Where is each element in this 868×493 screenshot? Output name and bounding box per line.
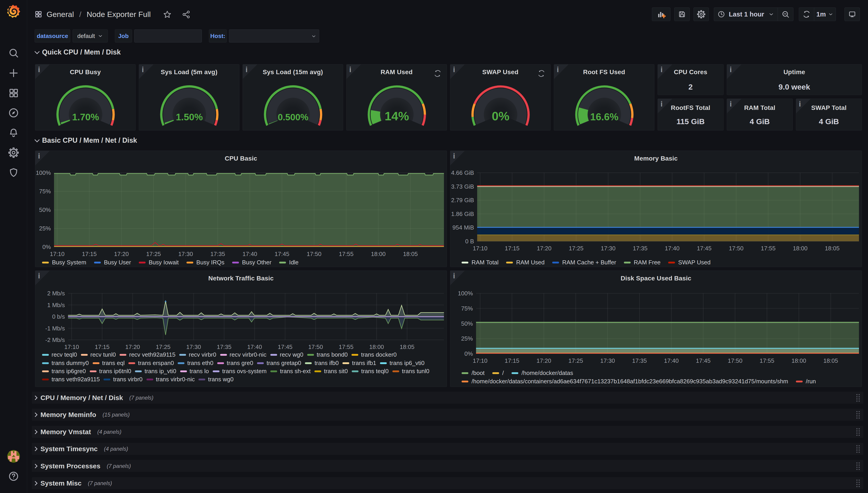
svg-text:25%: 25% bbox=[39, 225, 51, 232]
svg-text:17:10: 17:10 bbox=[473, 245, 487, 252]
svg-text:17:25: 17:25 bbox=[569, 245, 583, 252]
svg-text:17:45: 17:45 bbox=[697, 245, 712, 252]
svg-text:17:45: 17:45 bbox=[278, 344, 292, 350]
svg-text:17:35: 17:35 bbox=[210, 251, 225, 257]
svg-text:18:00: 18:00 bbox=[369, 344, 384, 350]
svg-text:17:15: 17:15 bbox=[505, 357, 519, 364]
svg-text:17:50: 17:50 bbox=[308, 344, 323, 350]
svg-text:18:00: 18:00 bbox=[793, 245, 807, 252]
svg-text:100%: 100% bbox=[458, 290, 473, 297]
svg-text:25%: 25% bbox=[461, 335, 473, 342]
svg-text:17:25: 17:25 bbox=[146, 251, 161, 257]
svg-text:17:25: 17:25 bbox=[156, 344, 171, 350]
svg-text:3.73 GiB: 3.73 GiB bbox=[451, 183, 474, 190]
svg-text:16.6%: 16.6% bbox=[590, 111, 619, 122]
svg-text:50%: 50% bbox=[39, 207, 51, 213]
svg-text:0%: 0% bbox=[492, 109, 509, 123]
svg-text:17:25: 17:25 bbox=[568, 357, 583, 364]
svg-text:18:05: 18:05 bbox=[403, 251, 418, 257]
svg-text:17:10: 17:10 bbox=[473, 357, 487, 364]
svg-text:2.79 GiB: 2.79 GiB bbox=[451, 197, 474, 203]
svg-text:0%: 0% bbox=[464, 350, 473, 357]
svg-text:17:55: 17:55 bbox=[339, 344, 354, 350]
svg-text:17:40: 17:40 bbox=[664, 357, 678, 364]
svg-text:18:00: 18:00 bbox=[792, 357, 806, 364]
svg-text:17:15: 17:15 bbox=[505, 245, 519, 252]
svg-text:1.86 GiB: 1.86 GiB bbox=[451, 211, 474, 217]
svg-text:17:30: 17:30 bbox=[600, 357, 615, 364]
svg-text:50%: 50% bbox=[461, 320, 473, 327]
svg-text:18:05: 18:05 bbox=[400, 344, 414, 350]
svg-text:17:55: 17:55 bbox=[339, 251, 354, 257]
svg-text:17:30: 17:30 bbox=[186, 344, 201, 350]
svg-text:0 B: 0 B bbox=[465, 238, 474, 245]
svg-text:1.70%: 1.70% bbox=[72, 112, 99, 122]
svg-text:2 Mb/s: 2 Mb/s bbox=[47, 290, 65, 297]
svg-text:17:20: 17:20 bbox=[114, 251, 129, 257]
svg-text:1.50%: 1.50% bbox=[176, 112, 203, 122]
svg-text:18:05: 18:05 bbox=[823, 357, 838, 364]
svg-text:17:40: 17:40 bbox=[243, 251, 257, 257]
svg-text:17:20: 17:20 bbox=[536, 357, 551, 364]
svg-text:17:20: 17:20 bbox=[125, 344, 140, 350]
svg-text:75%: 75% bbox=[39, 188, 51, 195]
svg-text:17:35: 17:35 bbox=[632, 357, 647, 364]
svg-text:4.66 GiB: 4.66 GiB bbox=[451, 169, 474, 176]
svg-text:75%: 75% bbox=[461, 305, 473, 312]
svg-text:17:20: 17:20 bbox=[537, 245, 552, 252]
svg-text:14%: 14% bbox=[384, 109, 409, 123]
svg-text:0%: 0% bbox=[42, 243, 51, 250]
svg-text:17:10: 17:10 bbox=[50, 251, 64, 257]
svg-text:17:15: 17:15 bbox=[95, 344, 109, 350]
svg-text:17:30: 17:30 bbox=[601, 245, 616, 252]
svg-text:100%: 100% bbox=[36, 169, 51, 176]
svg-text:17:35: 17:35 bbox=[217, 344, 231, 350]
svg-text:-2 Mb/s: -2 Mb/s bbox=[45, 337, 65, 343]
svg-text:17:10: 17:10 bbox=[64, 344, 79, 350]
svg-text:17:30: 17:30 bbox=[178, 251, 193, 257]
svg-text:17:40: 17:40 bbox=[665, 245, 680, 252]
svg-text:-1 Mb/s: -1 Mb/s bbox=[45, 325, 65, 332]
svg-text:17:15: 17:15 bbox=[82, 251, 97, 257]
svg-text:17:55: 17:55 bbox=[759, 357, 774, 364]
svg-text:0.500%: 0.500% bbox=[278, 112, 309, 122]
svg-text:17:40: 17:40 bbox=[247, 344, 262, 350]
svg-text:954 MiB: 954 MiB bbox=[452, 224, 474, 231]
svg-text:17:35: 17:35 bbox=[633, 245, 647, 252]
svg-text:0 b/s: 0 b/s bbox=[52, 313, 65, 320]
svg-text:1 Mb/s: 1 Mb/s bbox=[47, 302, 65, 308]
svg-text:17:45: 17:45 bbox=[696, 357, 710, 364]
svg-text:17:50: 17:50 bbox=[307, 251, 321, 257]
svg-text:18:05: 18:05 bbox=[825, 245, 840, 252]
svg-text:18:00: 18:00 bbox=[371, 251, 386, 257]
svg-text:17:45: 17:45 bbox=[275, 251, 289, 257]
svg-text:17:55: 17:55 bbox=[761, 245, 776, 252]
svg-text:17:50: 17:50 bbox=[729, 245, 743, 252]
svg-text:17:50: 17:50 bbox=[728, 357, 742, 364]
